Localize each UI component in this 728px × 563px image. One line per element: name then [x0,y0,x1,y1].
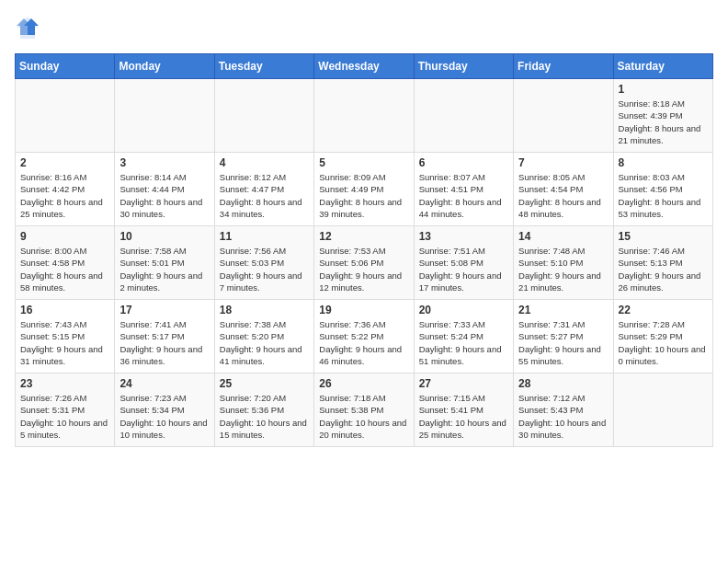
day-info: Sunrise: 7:53 AM Sunset: 5:06 PM Dayligh… [319,245,408,293]
calendar-cell [115,79,214,153]
day-number: 17 [119,304,209,316]
day-number: 2 [20,156,109,169]
day-number: 10 [119,230,209,243]
calendar-week-4: 23Sunrise: 7:26 AM Sunset: 5:31 PM Dayli… [16,373,713,447]
day-number: 20 [419,304,508,316]
day-number: 4 [220,156,309,169]
day-info: Sunrise: 8:18 AM Sunset: 4:39 PM Dayligh… [619,98,708,146]
day-number: 1 [619,83,708,96]
day-info: Sunrise: 8:05 AM Sunset: 4:54 PM Dayligh… [518,171,608,220]
day-number: 5 [319,156,408,169]
day-number: 13 [419,230,508,243]
calendar-cell: 20Sunrise: 7:33 AM Sunset: 5:24 PM Dayli… [414,300,513,373]
day-number: 12 [319,230,408,243]
day-info: Sunrise: 7:38 AM Sunset: 5:20 PM Dayligh… [220,318,309,367]
day-info: Sunrise: 8:07 AM Sunset: 4:51 PM Dayligh… [419,171,508,220]
calendar-cell: 22Sunrise: 7:28 AM Sunset: 5:29 PM Dayli… [613,300,712,373]
day-number: 18 [220,304,309,316]
day-info: Sunrise: 7:36 AM Sunset: 5:22 PM Dayligh… [319,318,408,367]
calendar-cell [514,79,613,153]
day-number: 15 [619,230,708,243]
day-info: Sunrise: 7:20 AM Sunset: 5:36 PM Dayligh… [220,392,309,441]
calendar-cell: 5Sunrise: 8:09 AM Sunset: 4:49 PM Daylig… [314,153,414,226]
day-info: Sunrise: 8:12 AM Sunset: 4:47 PM Dayligh… [220,171,309,220]
calendar-cell: 16Sunrise: 7:43 AM Sunset: 5:15 PM Dayli… [16,300,115,373]
day-info: Sunrise: 7:31 AM Sunset: 5:27 PM Dayligh… [518,318,608,367]
day-number: 8 [619,156,708,169]
calendar-cell [414,79,513,153]
calendar-week-2: 9Sunrise: 8:00 AM Sunset: 4:58 PM Daylig… [16,226,713,300]
day-info: Sunrise: 7:28 AM Sunset: 5:29 PM Dayligh… [619,318,708,367]
calendar-cell: 8Sunrise: 8:03 AM Sunset: 4:56 PM Daylig… [613,153,712,226]
calendar-header: SundayMondayTuesdayWednesdayThursdayFrid… [16,54,713,79]
calendar-cell: 25Sunrise: 7:20 AM Sunset: 5:36 PM Dayli… [214,373,313,447]
day-number: 11 [220,230,309,243]
day-number: 23 [20,377,109,390]
day-info: Sunrise: 7:56 AM Sunset: 5:03 PM Dayligh… [220,245,309,293]
days-of-week-row: SundayMondayTuesdayWednesdayThursdayFrid… [16,54,713,79]
day-number: 27 [419,377,508,390]
day-info: Sunrise: 8:00 AM Sunset: 4:58 PM Dayligh… [20,245,109,293]
day-info: Sunrise: 7:51 AM Sunset: 5:08 PM Dayligh… [419,245,508,293]
day-number: 16 [20,304,109,316]
day-header-tuesday: Tuesday [214,54,313,79]
day-header-thursday: Thursday [414,54,513,79]
calendar-body: 1Sunrise: 8:18 AM Sunset: 4:39 PM Daylig… [16,79,713,447]
calendar-cell: 23Sunrise: 7:26 AM Sunset: 5:31 PM Dayli… [16,373,115,447]
day-info: Sunrise: 8:03 AM Sunset: 4:56 PM Dayligh… [619,171,708,220]
calendar-cell: 1Sunrise: 8:18 AM Sunset: 4:39 PM Daylig… [613,79,712,153]
logo [15,15,44,44]
day-number: 25 [220,377,309,390]
calendar-cell: 15Sunrise: 7:46 AM Sunset: 5:13 PM Dayli… [613,226,712,300]
calendar-cell: 3Sunrise: 8:14 AM Sunset: 4:44 PM Daylig… [115,153,214,226]
calendar-cell: 11Sunrise: 7:56 AM Sunset: 5:03 PM Dayli… [214,226,313,300]
day-number: 14 [518,230,608,243]
logo-icon [15,15,40,44]
day-info: Sunrise: 7:33 AM Sunset: 5:24 PM Dayligh… [419,318,508,367]
calendar-cell: 14Sunrise: 7:48 AM Sunset: 5:10 PM Dayli… [514,226,613,300]
calendar-cell: 24Sunrise: 7:23 AM Sunset: 5:34 PM Dayli… [115,373,214,447]
day-header-monday: Monday [115,54,214,79]
calendar-cell: 7Sunrise: 8:05 AM Sunset: 4:54 PM Daylig… [514,153,613,226]
day-info: Sunrise: 7:43 AM Sunset: 5:15 PM Dayligh… [20,318,109,367]
day-info: Sunrise: 7:23 AM Sunset: 5:34 PM Dayligh… [119,392,209,441]
calendar-cell [314,79,414,153]
day-info: Sunrise: 8:14 AM Sunset: 4:44 PM Dayligh… [119,171,209,220]
calendar-cell: 6Sunrise: 8:07 AM Sunset: 4:51 PM Daylig… [414,153,513,226]
calendar-cell: 26Sunrise: 7:18 AM Sunset: 5:38 PM Dayli… [314,373,414,447]
day-number: 7 [518,156,608,169]
day-number: 24 [119,377,209,390]
calendar-week-3: 16Sunrise: 7:43 AM Sunset: 5:15 PM Dayli… [16,300,713,373]
calendar-cell: 12Sunrise: 7:53 AM Sunset: 5:06 PM Dayli… [314,226,414,300]
day-number: 6 [419,156,508,169]
calendar-week-1: 2Sunrise: 8:16 AM Sunset: 4:42 PM Daylig… [16,153,713,226]
day-info: Sunrise: 8:09 AM Sunset: 4:49 PM Dayligh… [319,171,408,220]
day-number: 22 [619,304,708,316]
calendar-cell: 2Sunrise: 8:16 AM Sunset: 4:42 PM Daylig… [16,153,115,226]
calendar-cell: 18Sunrise: 7:38 AM Sunset: 5:20 PM Dayli… [214,300,313,373]
day-info: Sunrise: 7:48 AM Sunset: 5:10 PM Dayligh… [518,245,608,293]
calendar-cell: 10Sunrise: 7:58 AM Sunset: 5:01 PM Dayli… [115,226,214,300]
day-info: Sunrise: 7:26 AM Sunset: 5:31 PM Dayligh… [20,392,109,441]
calendar-cell: 19Sunrise: 7:36 AM Sunset: 5:22 PM Dayli… [314,300,414,373]
day-number: 9 [20,230,109,243]
day-info: Sunrise: 7:58 AM Sunset: 5:01 PM Dayligh… [119,245,209,293]
calendar-cell: 28Sunrise: 7:12 AM Sunset: 5:43 PM Dayli… [514,373,613,447]
day-number: 21 [518,304,608,316]
day-header-friday: Friday [514,54,613,79]
calendar-week-0: 1Sunrise: 8:18 AM Sunset: 4:39 PM Daylig… [16,79,713,153]
calendar-cell: 4Sunrise: 8:12 AM Sunset: 4:47 PM Daylig… [214,153,313,226]
calendar-cell: 17Sunrise: 7:41 AM Sunset: 5:17 PM Dayli… [115,300,214,373]
day-number: 19 [319,304,408,316]
day-number: 3 [119,156,209,169]
day-number: 26 [319,377,408,390]
day-info: Sunrise: 7:41 AM Sunset: 5:17 PM Dayligh… [119,318,209,367]
calendar-cell [214,79,313,153]
calendar-cell [16,79,115,153]
calendar-cell: 27Sunrise: 7:15 AM Sunset: 5:41 PM Dayli… [414,373,513,447]
day-info: Sunrise: 7:18 AM Sunset: 5:38 PM Dayligh… [319,392,408,441]
calendar-cell: 9Sunrise: 8:00 AM Sunset: 4:58 PM Daylig… [16,226,115,300]
day-info: Sunrise: 7:12 AM Sunset: 5:43 PM Dayligh… [518,392,608,441]
day-info: Sunrise: 7:46 AM Sunset: 5:13 PM Dayligh… [619,245,708,293]
calendar-cell [613,373,712,447]
